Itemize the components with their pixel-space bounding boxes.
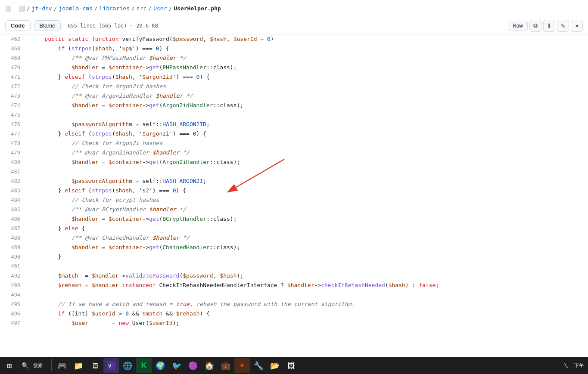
line-number-488: 488 (3, 233, 20, 243)
code-line-489: $handler = $container->get(ChainedHandle… (31, 243, 588, 252)
taskbar-terminal[interactable]: 🖥 (87, 358, 103, 373)
code-line-473: /** @var Argon2idHandler $handler */ (31, 91, 588, 101)
code-line-496: if ((int) $userId > 0 && $match && $reha… (31, 309, 588, 318)
line-number-474: 474 (3, 101, 20, 110)
code-line-494 (31, 290, 588, 300)
taskbar-folder2[interactable]: 📂 (267, 358, 283, 373)
code-line-497: $user = new User($userId); (31, 318, 588, 328)
breadcrumb-joomla-cms[interactable]: joomla-cms (59, 5, 92, 12)
line-number-481: 481 (3, 167, 20, 176)
more-button[interactable]: ▾ (571, 20, 583, 32)
line-number-494: 494 (3, 290, 20, 300)
code-line-481 (31, 167, 588, 176)
breadcrumb-jt-dev[interactable]: jt-dev (32, 5, 52, 12)
line-number-462: 462 (3, 34, 20, 44)
line-number-469: 469 (3, 53, 20, 63)
search-text: 搜索 (31, 362, 45, 369)
line-number-485: 485 (3, 205, 20, 214)
taskbar-bird[interactable]: 🐦 (169, 358, 184, 373)
taskbar-app[interactable]: 🖼 (283, 358, 299, 373)
taskbar-separator (51, 359, 52, 371)
line-number-471: 471 (3, 72, 20, 82)
line-numbers: 4624684694704714724734744754764774784794… (0, 34, 24, 374)
taskbar-emoji1[interactable]: 🎮 (54, 358, 70, 373)
breadcrumb-src[interactable]: src (137, 5, 146, 12)
line-number-493: 493 (3, 281, 20, 290)
code-line-475 (31, 110, 588, 120)
line-number-487: 487 (3, 224, 20, 233)
copy-button[interactable]: ⧉ (529, 20, 541, 32)
code-line-493: $rehash = $handler instanceof CheckIfReh… (31, 281, 588, 290)
line-number-476: 476 (3, 120, 20, 129)
file-toolbar: Code Blame 655 lines (565 loc) · 20.6 KB… (0, 17, 588, 34)
code-line-487: } else { (31, 224, 588, 233)
code-line-472: // Check for Argon2id hashes (31, 82, 588, 91)
line-number-495: 495 (3, 300, 20, 309)
svg-text:V: V (108, 362, 112, 369)
taskbar-jetbrains[interactable]: 🔧 (251, 358, 266, 373)
taskbar: ⊞ 🔍 搜索 🎮 📁 🖥 V 🌐 K 🌍 🐦 🟣 🏠 💼 R 🔧 📂 🖼 乀 下… (0, 357, 588, 374)
line-number-475: 475 (3, 110, 20, 120)
taskbar-tray: 乀 下午 (561, 362, 586, 369)
line-number-477: 477 (3, 129, 20, 139)
line-number-480: 480 (3, 158, 20, 167)
code-line-491 (31, 262, 588, 271)
taskbar-rider[interactable]: R (234, 358, 250, 373)
line-number-491: 491 (3, 262, 20, 271)
code-line-476: $passwordAlgorithm = self::HASH_ARGON2ID… (31, 120, 588, 129)
toolbar-right: Raw ⧉ ⬇ ✎ ▾ (508, 20, 583, 32)
start-button[interactable]: ⊞ (2, 358, 17, 373)
line-number-497: 497 (3, 318, 20, 328)
taskbar-home[interactable]: 🏠 (202, 358, 217, 373)
time-text: 下午 (572, 362, 586, 369)
line-number-472: 472 (3, 82, 20, 91)
line-number-492: 492 (3, 271, 20, 281)
code-line-490: } (31, 252, 588, 262)
line-number-470: 470 (3, 63, 20, 72)
code-line-485: /** @var BCryptHandler $handler */ (31, 205, 588, 214)
taskbar-vs[interactable]: V (103, 358, 119, 373)
code-line-482: $passwordAlgorithm = self::HASH_ARGON2I; (31, 176, 588, 186)
search-button[interactable]: 🔍 搜索 (18, 358, 49, 373)
raw-button[interactable]: Raw (508, 21, 528, 31)
code-line-495: // If we have a match and rehash = true,… (31, 300, 588, 309)
code-line-471: } elseif (strpos($hash, '$argon2id') ===… (31, 72, 588, 82)
code-area: 4624684694704714724734744754764774784794… (0, 34, 588, 374)
line-number-468: 468 (3, 44, 20, 53)
breadcrumb-user[interactable]: User (153, 5, 167, 12)
taskbar-k[interactable]: K (136, 358, 152, 373)
breadcrumb: ⬜ ⬜ / jt-dev / joomla-cms / libraries / … (0, 0, 588, 17)
tab-blame[interactable]: Blame (34, 20, 61, 31)
code-lines[interactable]: public static function verifyPassword($p… (24, 34, 588, 374)
code-line-486: $handler = $container->get(BCryptHandler… (31, 214, 588, 224)
taskbar-case[interactable]: 💼 (218, 358, 233, 373)
breadcrumb-sep (13, 5, 17, 12)
download-button[interactable]: ⬇ (543, 20, 555, 32)
code-line-480: $handler = $container->get(Argon2iHandle… (31, 158, 588, 167)
line-number-478: 478 (3, 139, 20, 148)
code-line-479: /** @var Argon2iHandler $handler */ (31, 148, 588, 158)
code-line-483: } elseif (strpos($hash, '$2') === 0) { (31, 186, 588, 195)
line-number-486: 486 (3, 214, 20, 224)
file-info: 655 lines (565 loc) · 20.6 KB (68, 23, 158, 29)
code-line-492: $match = $handler->validatePassword($pas… (31, 271, 588, 281)
code-line-477: } elseif (strpos($hash, '$argon2i') === … (31, 129, 588, 139)
line-number-490: 490 (3, 252, 20, 262)
line-number-483: 483 (3, 186, 20, 195)
tab-code[interactable]: Code (5, 20, 31, 31)
code-line-484: // Check for bcrypt hashes (31, 195, 588, 205)
taskbar-globe[interactable]: 🌍 (152, 358, 168, 373)
taskbar-purple[interactable]: 🟣 (185, 358, 201, 373)
code-line-478: // Check for Argon2i hashes (31, 139, 588, 148)
code-line-488: /** @var ChainedHandler $handler */ (31, 233, 588, 243)
edit-button[interactable]: ✎ (557, 20, 569, 32)
taskbar-explorer[interactable]: 📁 (71, 358, 86, 373)
code-line-470: $handler = $container->get(PHPassHandler… (31, 63, 588, 72)
line-number-482: 482 (3, 176, 20, 186)
line-number-479: 479 (3, 148, 20, 158)
breadcrumb-libraries[interactable]: libraries (100, 5, 130, 12)
breadcrumb-current: UserHelper.php (174, 5, 221, 12)
notify-text: 乀 (561, 362, 571, 369)
code-line-468: if (strpos($hash, '$p$') === 0) { (31, 44, 588, 53)
taskbar-chrome[interactable]: 🌐 (120, 358, 135, 373)
